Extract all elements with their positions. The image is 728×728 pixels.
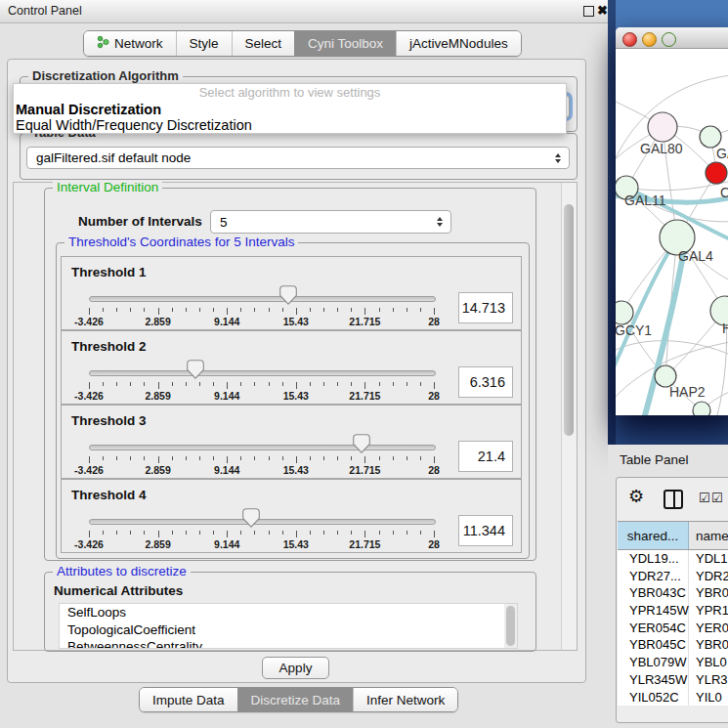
node-table: shared... name YDL19...YDL1YDR27...YDR2Y… [618, 521, 728, 706]
threshold-panel: Threshold 4-3.4262.8599.14415.4321.71528… [61, 479, 522, 553]
graph-node-label: GCY1 [616, 322, 652, 338]
apply-button[interactable]: Apply [262, 657, 329, 679]
table-panel: Table Panel ⚙ ☑ ☑ shared... name YDL19..… [608, 445, 728, 728]
tab-cyni-toolbox[interactable]: Cyni Toolbox [294, 31, 396, 56]
table-row[interactable]: YBR045CYBR0 [618, 636, 728, 654]
graph-node[interactable] [616, 301, 633, 324]
tab-style[interactable]: Style [176, 31, 232, 56]
tab-select[interactable]: Select [232, 31, 295, 56]
table-row[interactable]: YBR043CYBR0 [618, 584, 728, 602]
network-view[interactable]: GAL80GACGAL11GAL4GCY1HHAP2 [608, 0, 728, 445]
table-cell: YDL19... [618, 550, 689, 568]
table-row[interactable]: YIL052CYIL0 [618, 689, 728, 707]
tab-label: Impute Data [152, 693, 225, 707]
slider-tick-labels: -3.4262.8599.14415.4321.71528 [89, 390, 434, 402]
tab-impute-data[interactable]: Impute Data [140, 688, 237, 711]
graph-node[interactable] [693, 402, 710, 415]
table-data-combobox[interactable]: galFiltered.sif default node [26, 147, 570, 169]
attribute-list-item[interactable]: SelfLoops [60, 604, 517, 621]
network-view-left-edge [608, 0, 616, 445]
tab-jactivemnodules[interactable]: jActiveMNodules [396, 31, 521, 56]
table-cell: YLR3 [689, 671, 728, 689]
float-window-icon[interactable] [583, 6, 594, 17]
network-icon [97, 35, 109, 52]
threshold-label: Threshold 3 [71, 413, 147, 428]
graph-node-label: GAL4 [678, 248, 713, 264]
minimize-traffic-light-icon[interactable] [642, 32, 657, 47]
attribute-list-item[interactable]: BetweennessCentrality [60, 638, 517, 649]
tab-label: Select [245, 36, 282, 51]
slider-track[interactable] [89, 445, 436, 450]
dropdown-item[interactable]: Equal Width/Frequency Discretization [14, 117, 566, 133]
tab-discretize-data[interactable]: Discretize Data [237, 688, 354, 711]
slider-thumb[interactable] [279, 285, 297, 305]
graph-node-label: GAL80 [640, 141, 683, 156]
tab-label: Discretize Data [251, 693, 341, 707]
table-data-combobox-value: galFiltered.sif default node [36, 150, 191, 165]
table-row[interactable]: YDR27...YDR2 [618, 568, 728, 585]
table-cell: YDL1 [689, 550, 728, 568]
attribute-list-item[interactable]: TopologicalCoefficient [60, 621, 517, 639]
graph-node-label: HAP2 [669, 384, 706, 400]
combo-arrows-icon [437, 217, 443, 227]
threshold-panel: Threshold 1-3.4262.8599.14415.4321.71528… [61, 256, 522, 330]
graph-node[interactable] [648, 112, 677, 142]
list-scrollbar-thumb[interactable] [506, 606, 515, 646]
graph-node[interactable] [700, 126, 721, 148]
slider-track[interactable] [89, 519, 436, 525]
table-row[interactable]: YDL19...YDL1 [618, 550, 728, 568]
checkbox-icon[interactable]: ☑ [711, 491, 723, 505]
vertical-scrollbar[interactable] [561, 183, 577, 650]
slider-thumb[interactable] [187, 360, 204, 379]
slider-track[interactable] [89, 296, 436, 302]
threshold-value-field[interactable]: 6.316 [458, 366, 513, 398]
threshold-value-field[interactable]: 11.344 [458, 515, 513, 546]
dropdown-item[interactable]: Manual Discretization [14, 102, 566, 117]
slider-track[interactable] [89, 370, 436, 376]
close-traffic-light-icon[interactable] [622, 32, 637, 47]
graph-nodes[interactable] [616, 112, 728, 415]
num-intervals-value: 5 [220, 215, 228, 230]
threshold-label: Threshold 1 [71, 265, 147, 279]
tab-infer-network[interactable]: Infer Network [353, 688, 457, 711]
table-header-name[interactable]: name [689, 522, 728, 549]
table-row[interactable]: YPR145WYPR1 [618, 602, 728, 620]
close-icon[interactable]: ✖ [597, 3, 608, 18]
checkbox-icon[interactable]: ☑ [699, 491, 710, 505]
columns-icon[interactable] [664, 490, 683, 509]
table-row[interactable]: YER054CYER0 [618, 620, 728, 637]
slider-ticks [89, 531, 434, 538]
slider-thumb[interactable] [353, 434, 370, 453]
threshold-value-field[interactable]: 14.713 [458, 292, 513, 323]
table-cell: YIL0 [689, 689, 728, 707]
attributes-listbox[interactable]: SelfLoopsTopologicalCoefficientBetweenne… [59, 603, 518, 649]
slider-ticks [89, 308, 434, 316]
table-panel-title: Table Panel [620, 452, 689, 467]
slider-thumb[interactable] [242, 508, 260, 528]
table-cell: YDR27... [618, 568, 689, 585]
table-cell: YBR0 [689, 584, 728, 602]
list-scrollbar[interactable] [504, 604, 517, 648]
table-header-shared-name[interactable]: shared... [618, 522, 689, 549]
zoom-traffic-light-icon[interactable] [662, 32, 676, 47]
threshold-value-field[interactable]: 21.4 [458, 441, 513, 472]
attributes-group-title: Attributes to discretize [53, 564, 191, 578]
control-panel-titlebar: Control Panel ✖ [0, 0, 608, 23]
table-row[interactable]: YLR345WYLR3 [618, 671, 728, 689]
num-intervals-combobox[interactable]: 5 [210, 210, 451, 234]
dropdown-prompt: Select algorithm to view settings [14, 84, 566, 102]
table-cell: YER054C [618, 620, 689, 637]
tab-network[interactable]: Network [84, 31, 176, 56]
vertical-scrollbar-thumb[interactable] [564, 204, 574, 436]
tab-label: Cyni Toolbox [308, 36, 383, 51]
table-cell: YLR345W [618, 671, 689, 689]
tab-label: Infer Network [366, 693, 445, 707]
table-row[interactable]: YBL079WYBL0 [618, 654, 728, 671]
gear-icon[interactable]: ⚙ [628, 488, 644, 505]
algorithm-dropdown-popup: Select algorithm to view settings Manual… [13, 83, 567, 134]
table-header-row: shared... name [618, 521, 728, 550]
graph-node[interactable] [706, 162, 727, 184]
slider-tick-labels: -3.4262.8599.14415.4321.71528 [89, 464, 434, 476]
network-graph[interactable]: GAL80GACGAL11GAL4GCY1HHAP2 [616, 49, 728, 415]
panel-title: Control Panel [8, 4, 82, 18]
